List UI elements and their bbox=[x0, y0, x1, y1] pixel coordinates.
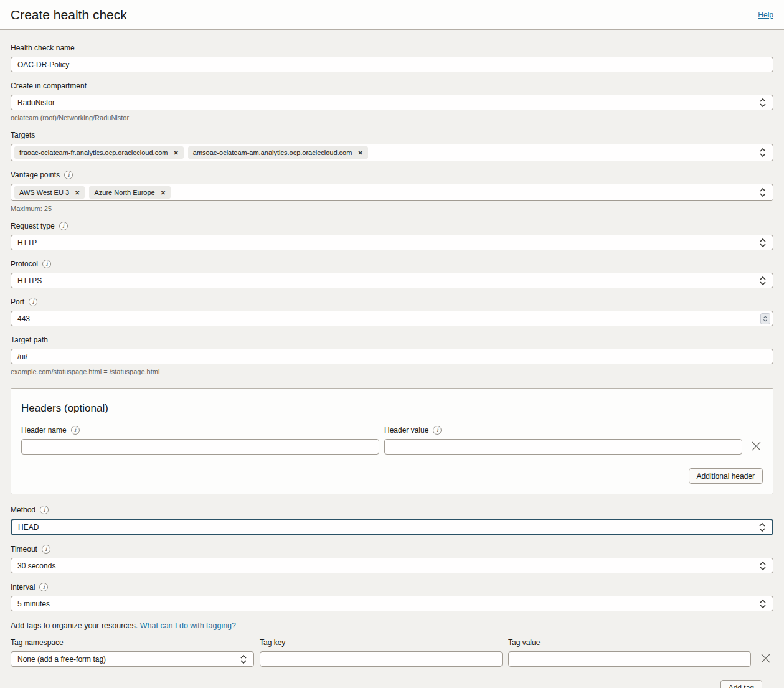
method-select[interactable]: HEAD bbox=[11, 519, 773, 535]
targets-field: Targets fraoac-ociateam-fr.analytics.ocp… bbox=[11, 131, 773, 161]
health-check-name-input[interactable] bbox=[11, 57, 773, 72]
tag-namespace-label: Tag namespace bbox=[11, 638, 64, 647]
interval-field: Interval i 5 minutes bbox=[11, 583, 773, 611]
info-icon[interactable]: i bbox=[29, 298, 37, 306]
targets-label: Targets bbox=[11, 131, 35, 139]
info-icon[interactable]: i bbox=[39, 583, 48, 591]
target-path-field: Target path example.com/statuspage.html … bbox=[11, 336, 773, 375]
vantage-points-select[interactable]: AWS West EU 3 ✕ Azure North Europe ✕ bbox=[11, 184, 773, 201]
chevron-updown-icon bbox=[758, 98, 767, 108]
target-path-input[interactable] bbox=[11, 349, 773, 364]
tag-key-field: Tag key bbox=[260, 638, 503, 667]
tag-key-input[interactable] bbox=[260, 651, 503, 667]
port-label: Port bbox=[11, 298, 24, 306]
protocol-select[interactable]: HTTPS bbox=[11, 273, 773, 288]
info-icon[interactable]: i bbox=[64, 171, 73, 179]
info-icon[interactable]: i bbox=[42, 260, 51, 268]
method-field: Method i HEAD bbox=[11, 506, 773, 535]
tag-value-label: Tag value bbox=[508, 638, 540, 647]
remove-tag-row-icon[interactable] bbox=[760, 653, 771, 664]
timeout-field: Timeout i 30 seconds bbox=[11, 545, 773, 573]
info-icon[interactable]: i bbox=[433, 426, 442, 435]
chevron-updown-icon bbox=[758, 561, 767, 571]
interval-select[interactable]: 5 minutes bbox=[11, 596, 773, 611]
remove-chip-icon[interactable]: ✕ bbox=[75, 189, 80, 196]
chevron-updown-icon bbox=[239, 654, 248, 664]
timeout-value: 30 seconds bbox=[17, 562, 55, 570]
headers-section: Headers (optional) Header name i Header … bbox=[11, 388, 773, 494]
request-type-label: Request type bbox=[11, 222, 55, 230]
request-type-select[interactable]: HTTP bbox=[11, 235, 773, 250]
target-chip-label: fraoac-ociateam-fr.analytics.ocp.oraclec… bbox=[19, 149, 168, 156]
protocol-field: Protocol i HTTPS bbox=[11, 260, 773, 288]
health-check-name-field: Health check name bbox=[11, 44, 773, 72]
header-name-label: Header name bbox=[21, 426, 67, 435]
timeout-select[interactable]: 30 seconds bbox=[11, 558, 773, 573]
vantage-points-field: Vantage points i AWS West EU 3 ✕ Azure N… bbox=[11, 171, 773, 212]
page-header: Create health check Help bbox=[0, 0, 784, 30]
compartment-value: RaduNistor bbox=[17, 98, 55, 107]
stepper-updown-icon bbox=[762, 315, 768, 323]
header-name-input[interactable] bbox=[21, 439, 379, 455]
tag-key-label: Tag key bbox=[260, 638, 285, 647]
timeout-label: Timeout bbox=[11, 545, 37, 554]
targets-select[interactable]: fraoac-ociateam-fr.analytics.ocp.oraclec… bbox=[11, 144, 773, 161]
vantage-point-chip-label: Azure North Europe bbox=[94, 189, 154, 196]
headers-section-title: Headers (optional) bbox=[21, 402, 763, 415]
chevron-updown-icon bbox=[758, 187, 767, 197]
chevron-updown-icon bbox=[758, 522, 767, 532]
help-link[interactable]: Help bbox=[758, 11, 773, 19]
request-type-field: Request type i HTTP bbox=[11, 222, 773, 250]
vantage-point-chip-label: AWS West EU 3 bbox=[19, 189, 69, 196]
interval-label: Interval bbox=[11, 583, 35, 591]
health-check-name-label: Health check name bbox=[11, 44, 75, 52]
compartment-field: Create in compartment RaduNistor ociatea… bbox=[11, 82, 773, 121]
tags-intro: Add tags to organize your resources. Wha… bbox=[11, 621, 773, 630]
compartment-select[interactable]: RaduNistor bbox=[11, 95, 773, 110]
chevron-updown-icon bbox=[758, 238, 767, 248]
header-value-field: Header value i bbox=[384, 426, 742, 455]
info-icon[interactable]: i bbox=[59, 222, 68, 230]
target-path-label: Target path bbox=[11, 336, 48, 344]
target-path-hint: example.com/statuspage.html = /statuspag… bbox=[11, 368, 773, 375]
port-input[interactable]: 443 bbox=[11, 311, 773, 326]
info-icon[interactable]: i bbox=[42, 545, 50, 554]
tag-value-field: Tag value bbox=[508, 638, 751, 667]
tag-namespace-select[interactable]: None (add a free-form tag) bbox=[11, 651, 254, 667]
remove-chip-icon[interactable]: ✕ bbox=[161, 189, 166, 196]
add-tag-button[interactable]: Add tag bbox=[720, 680, 762, 688]
remove-chip-icon[interactable]: ✕ bbox=[173, 149, 178, 156]
additional-header-button[interactable]: Additional header bbox=[689, 468, 763, 484]
method-value: HEAD bbox=[18, 523, 39, 532]
tag-namespace-value: None (add a free-form tag) bbox=[17, 655, 106, 664]
vantage-point-chip: AWS West EU 3 ✕ bbox=[14, 186, 85, 199]
tag-row: Tag namespace None (add a free-form tag)… bbox=[11, 638, 773, 667]
header-value-input[interactable] bbox=[384, 439, 742, 455]
page-title: Create health check bbox=[11, 7, 127, 22]
tags-intro-text: Add tags to organize your resources. bbox=[11, 621, 138, 630]
protocol-label: Protocol bbox=[11, 260, 38, 268]
target-chip: fraoac-ociateam-fr.analytics.ocp.oraclec… bbox=[14, 146, 184, 159]
port-field: Port i 443 bbox=[11, 298, 773, 326]
tag-value-input[interactable] bbox=[508, 651, 751, 667]
info-icon[interactable]: i bbox=[40, 506, 49, 514]
number-stepper[interactable] bbox=[760, 313, 770, 324]
vantage-points-max-hint: Maximum: 25 bbox=[11, 205, 773, 212]
target-chip: amsoac-ociateam-am.analytics.ocp.oraclec… bbox=[188, 146, 368, 159]
compartment-label: Create in compartment bbox=[11, 82, 87, 90]
remove-chip-icon[interactable]: ✕ bbox=[357, 149, 362, 156]
interval-value: 5 minutes bbox=[17, 600, 50, 608]
compartment-path-hint: ociateam (root)/Networking/RaduNistor bbox=[11, 114, 773, 121]
chevron-updown-icon bbox=[758, 148, 767, 158]
header-name-field: Header name i bbox=[21, 426, 379, 455]
tag-namespace-field: Tag namespace None (add a free-form tag) bbox=[11, 638, 254, 667]
target-chip-label: amsoac-ociateam-am.analytics.ocp.oraclec… bbox=[193, 149, 352, 156]
tagging-help-link[interactable]: What can I do with tagging? bbox=[140, 621, 236, 630]
header-value-label: Header value bbox=[384, 426, 428, 435]
protocol-value: HTTPS bbox=[17, 276, 42, 285]
info-icon[interactable]: i bbox=[71, 426, 80, 435]
chevron-updown-icon bbox=[758, 276, 767, 286]
port-value: 443 bbox=[17, 314, 30, 323]
remove-header-row-icon[interactable] bbox=[751, 441, 762, 451]
method-label: Method bbox=[11, 506, 35, 514]
